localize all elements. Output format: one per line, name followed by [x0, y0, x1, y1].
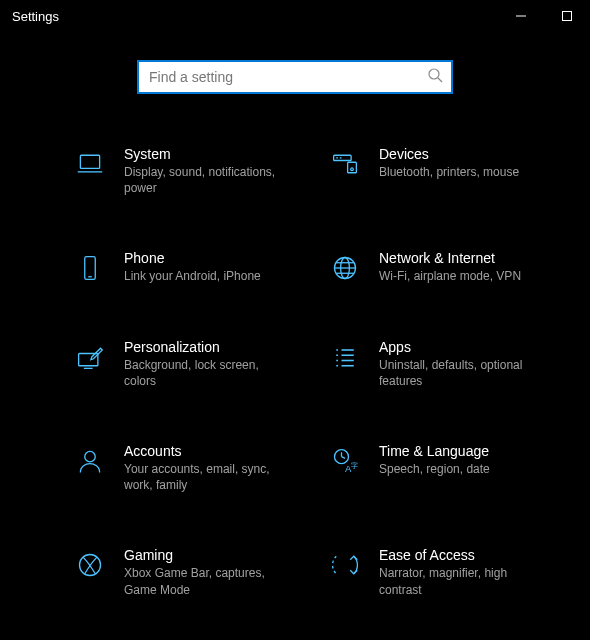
pen-monitor-icon: [74, 341, 106, 373]
window-title: Settings: [12, 9, 59, 24]
devices-icon: [329, 148, 361, 180]
category-text: Apps Uninstall, defaults, optional featu…: [379, 339, 539, 389]
category-text: Phone Link your Android, iPhone: [124, 250, 261, 284]
category-text: System Display, sound, notifications, po…: [124, 146, 284, 196]
phone-icon: [74, 252, 106, 284]
category-title: Accounts: [124, 443, 284, 459]
category-phone[interactable]: Phone Link your Android, iPhone: [74, 250, 313, 284]
maximize-button[interactable]: [544, 0, 590, 32]
list-icon: [329, 341, 361, 373]
category-text: Ease of Access Narrator, magnifier, high…: [379, 547, 539, 597]
category-title: Network & Internet: [379, 250, 521, 266]
category-personalization[interactable]: Personalization Background, lock screen,…: [74, 339, 313, 389]
category-title: Devices: [379, 146, 519, 162]
laptop-icon: [74, 148, 106, 180]
category-time-language[interactable]: A字 Time & Language Speech, region, date: [329, 443, 568, 493]
category-network[interactable]: Network & Internet Wi-Fi, airplane mode,…: [329, 250, 568, 284]
category-text: Personalization Background, lock screen,…: [124, 339, 284, 389]
category-desc: Display, sound, notifications, power: [124, 164, 284, 196]
category-text: Network & Internet Wi-Fi, airplane mode,…: [379, 250, 521, 284]
categories-grid: System Display, sound, notifications, po…: [0, 146, 590, 598]
svg-rect-1: [563, 12, 572, 21]
titlebar: Settings: [0, 0, 590, 32]
xbox-icon: [74, 549, 106, 581]
category-desc: Xbox Game Bar, captures, Game Mode: [124, 565, 284, 597]
svg-point-28: [85, 451, 96, 462]
category-title: System: [124, 146, 284, 162]
category-system[interactable]: System Display, sound, notifications, po…: [74, 146, 313, 196]
maximize-icon: [562, 11, 572, 21]
category-title: Personalization: [124, 339, 284, 355]
svg-rect-18: [79, 353, 98, 365]
category-desc: Bluetooth, printers, mouse: [379, 164, 519, 180]
category-desc: Your accounts, email, sync, work, family: [124, 461, 284, 493]
category-title: Gaming: [124, 547, 284, 563]
minimize-icon: [516, 11, 526, 21]
globe-icon: [329, 252, 361, 284]
svg-rect-4: [80, 155, 99, 168]
category-accounts[interactable]: Accounts Your accounts, email, sync, wor…: [74, 443, 313, 493]
category-desc: Narrator, magnifier, high contrast: [379, 565, 539, 597]
svg-line-31: [342, 457, 346, 459]
category-desc: Link your Android, iPhone: [124, 268, 261, 284]
search-box[interactable]: [137, 60, 453, 94]
minimize-button[interactable]: [498, 0, 544, 32]
category-desc: Background, lock screen, colors: [124, 357, 284, 389]
category-desc: Wi-Fi, airplane mode, VPN: [379, 268, 521, 284]
category-title: Phone: [124, 250, 261, 266]
search-container: [0, 60, 590, 94]
category-gaming[interactable]: Gaming Xbox Game Bar, captures, Game Mod…: [74, 547, 313, 597]
svg-text:字: 字: [351, 462, 358, 469]
category-desc: Uninstall, defaults, optional features: [379, 357, 539, 389]
search-input[interactable]: [149, 69, 427, 85]
category-text: Gaming Xbox Game Bar, captures, Game Mod…: [124, 547, 284, 597]
person-icon: [74, 445, 106, 477]
category-desc: Speech, region, date: [379, 461, 490, 477]
svg-line-3: [438, 78, 442, 82]
category-ease-of-access[interactable]: Ease of Access Narrator, magnifier, high…: [329, 547, 568, 597]
category-text: Devices Bluetooth, printers, mouse: [379, 146, 519, 180]
time-language-icon: A字: [329, 445, 361, 477]
category-title: Time & Language: [379, 443, 490, 459]
category-devices[interactable]: Devices Bluetooth, printers, mouse: [329, 146, 568, 196]
category-apps[interactable]: Apps Uninstall, defaults, optional featu…: [329, 339, 568, 389]
category-text: Accounts Your accounts, email, sync, wor…: [124, 443, 284, 493]
category-title: Apps: [379, 339, 539, 355]
category-title: Ease of Access: [379, 547, 539, 563]
ease-of-access-icon: [329, 549, 361, 581]
search-icon: [427, 67, 443, 87]
svg-point-10: [351, 168, 354, 171]
svg-point-2: [429, 69, 439, 79]
svg-rect-11: [85, 257, 96, 280]
window-controls: [498, 0, 590, 32]
category-text: Time & Language Speech, region, date: [379, 443, 490, 477]
